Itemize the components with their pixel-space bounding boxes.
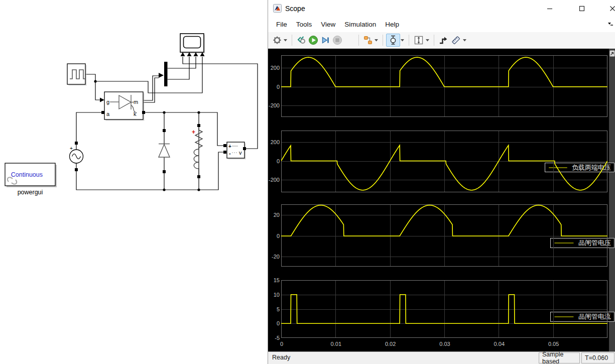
x-tick-label: 0.02 xyxy=(385,341,396,347)
cursor-measurements-icon[interactable] xyxy=(386,34,400,47)
scope-screen-glyph xyxy=(184,37,201,48)
menubar-overflow-icon[interactable] xyxy=(607,21,613,27)
menu-tools[interactable]: Tools xyxy=(292,19,317,30)
y-tick-label: 0 xyxy=(268,158,280,164)
toolbar-separator xyxy=(358,35,359,46)
demux-block[interactable] xyxy=(164,62,168,86)
chevron-down-icon[interactable] xyxy=(375,39,378,42)
y-tick-label: -200 xyxy=(268,177,280,183)
toolbar xyxy=(268,32,615,49)
gate-wire-arrow xyxy=(100,98,104,102)
scope-display-2 xyxy=(281,131,607,192)
vm-plus-label: + xyxy=(228,144,231,149)
x-tick-label: 0 xyxy=(280,341,283,347)
thyristor-port-g: g xyxy=(106,99,109,105)
demux-input-arrow xyxy=(159,73,164,78)
scope-display-4 xyxy=(281,280,607,338)
powergui-block[interactable]: Continuous powergui xyxy=(5,163,57,196)
toolbar-separator xyxy=(383,35,383,46)
y-tick-label: -20 xyxy=(268,254,280,260)
thyristor-port-k: k xyxy=(134,111,137,117)
ac-source-plus-label: + xyxy=(70,146,73,151)
y-tick-label: 0 xyxy=(268,84,280,90)
measurements-icon[interactable] xyxy=(449,34,462,47)
x-tick-label: 0.05 xyxy=(548,341,559,347)
menubar: File Tools View Simulation Help xyxy=(268,17,615,32)
scope-plot-area: 负载两端电压 晶闸管电压 晶闸管电流 脉冲 2000-2002000-20020… xyxy=(268,49,615,351)
panel-toggle-icon[interactable] xyxy=(609,50,615,57)
thyristor-port-a: a xyxy=(106,111,110,117)
close-icon[interactable] xyxy=(605,3,615,14)
toolbar-separator xyxy=(409,35,409,46)
y-tick-label: 10 xyxy=(268,292,280,298)
y-tick-label: 200 xyxy=(268,65,280,71)
toolbar-separator xyxy=(434,35,434,46)
titlebar[interactable]: Scope xyxy=(268,0,615,17)
menu-view[interactable]: View xyxy=(316,19,340,30)
y-tick-label: 200 xyxy=(268,139,280,145)
scope-display-3 xyxy=(281,204,607,267)
status-sample-mode: Sample based xyxy=(539,352,580,363)
powergui-name-label: powergui xyxy=(18,189,43,196)
y-tick-label: 20 xyxy=(268,212,280,218)
menu-help[interactable]: Help xyxy=(381,19,404,30)
desktop: g m a k xyxy=(0,0,615,364)
chevron-down-icon[interactable] xyxy=(426,39,429,42)
x-tick-label: 0.03 xyxy=(439,341,450,347)
toolbar-separator xyxy=(292,35,292,46)
run-icon[interactable] xyxy=(307,34,319,47)
thyristor-port-m: m xyxy=(134,99,138,105)
trigger-icon[interactable] xyxy=(437,34,449,47)
scope-side-strip xyxy=(609,49,615,351)
y-tick-label: -5 xyxy=(268,335,280,341)
powergui-mode-label: Continuous xyxy=(11,171,43,178)
pulse-generator-block[interactable] xyxy=(67,64,87,86)
highlight-simulink-block-icon[interactable] xyxy=(362,34,374,47)
y-tick-label: 5 xyxy=(268,306,280,312)
chevron-down-icon[interactable] xyxy=(284,39,287,42)
menu-file[interactable]: File xyxy=(272,19,292,30)
inductor-glyph xyxy=(194,149,199,175)
vm-minus-label: - xyxy=(229,150,231,156)
rl-polarity-label: + xyxy=(192,129,195,136)
y-tick-label: -200 xyxy=(268,102,280,108)
chevron-down-icon[interactable] xyxy=(401,39,404,42)
minimize-icon[interactable] xyxy=(542,3,557,14)
step-forward-icon[interactable] xyxy=(319,34,331,47)
status-sim-time: T=0.060 xyxy=(581,352,614,363)
thyristor-block[interactable]: g m a k xyxy=(101,92,145,121)
menu-simulation[interactable]: Simulation xyxy=(340,19,381,30)
maximize-icon[interactable] xyxy=(574,3,589,14)
stop-icon[interactable] xyxy=(331,34,343,47)
configuration-properties-icon[interactable] xyxy=(271,34,283,47)
y-tick-label: 0 xyxy=(268,233,280,239)
y-tick-label: 15 xyxy=(268,277,280,283)
x-tick-label: 0.04 xyxy=(494,341,505,347)
scale-y-axis-icon[interactable] xyxy=(412,34,425,47)
scope-display-1 xyxy=(281,55,607,117)
scope-block[interactable] xyxy=(180,34,205,56)
rl-branch-block[interactable]: + xyxy=(192,124,202,178)
scope-window: Scope File Tools View Simulation Help xyxy=(268,0,615,364)
scope-window-icon xyxy=(273,4,282,13)
y-tick-label: 0 xyxy=(268,320,280,326)
vm-v-label: v xyxy=(239,150,242,156)
voltage-measurement-block[interactable]: + - v xyxy=(223,142,246,160)
x-tick-label: 0.01 xyxy=(331,341,341,347)
chevron-down-icon[interactable] xyxy=(463,39,466,42)
statusbar: Ready Sample based T=0.060 xyxy=(268,351,615,364)
window-title: Scope xyxy=(285,5,305,13)
stepping-options-icon[interactable] xyxy=(295,34,307,47)
simulink-model-canvas: g m a k xyxy=(0,0,268,364)
status-text: Ready xyxy=(272,354,290,361)
